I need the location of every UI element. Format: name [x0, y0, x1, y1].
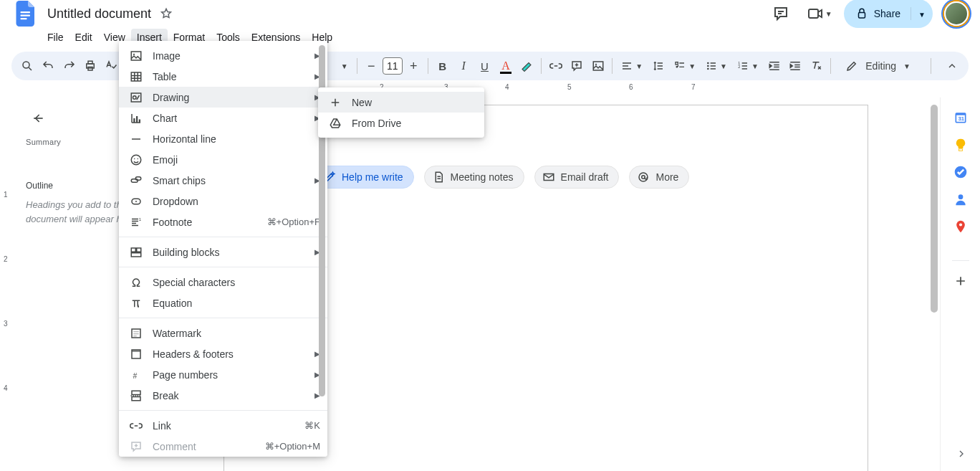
insert-menu-item-footnote[interactable]: 1Footnote⌘+Option+F — [119, 211, 327, 232]
chip-meeting-notes[interactable]: Meeting notes — [424, 166, 524, 189]
insert-menu-item-page-numbers[interactable]: #Page numbers▶ — [119, 364, 327, 385]
plus-icon — [328, 96, 342, 109]
insert-menu-item-building-blocks[interactable]: Building blocks▶ — [119, 242, 327, 262]
insert-menu-item-special-characters[interactable]: Special characters — [119, 272, 327, 292]
svg-point-37 — [138, 158, 139, 159]
svg-point-13 — [707, 65, 709, 67]
editing-mode-dropdown[interactable]: Editing ▼ — [841, 60, 921, 72]
increase-indent-icon[interactable] — [785, 55, 804, 77]
share-dropdown[interactable]: ▼ — [911, 7, 933, 20]
tasks-app-icon[interactable] — [953, 165, 968, 179]
menu-edit[interactable]: Edit — [69, 29, 98, 46]
menu-item-label: Break — [153, 390, 314, 401]
share-button[interactable]: Share ▼ — [844, 0, 933, 28]
menu-item-shortcut: ⌘K — [304, 420, 320, 431]
line-spacing-dropdown[interactable] — [648, 60, 668, 72]
insert-menu-item-smart-chips[interactable]: Smart chips▶ — [119, 170, 327, 191]
menu-divider — [119, 267, 327, 267]
menu-item-label: Emoji — [153, 154, 320, 166]
close-outline-icon[interactable] — [26, 106, 50, 130]
chip-more[interactable]: More — [629, 166, 689, 189]
collapse-toolbar-icon[interactable] — [941, 55, 963, 77]
numbered-list-dropdown[interactable]: 12▼ — [733, 60, 763, 72]
insert-menu-item-equation[interactable]: Equation — [119, 292, 327, 313]
insert-menu-item-drawing[interactable]: Drawing▶ — [119, 87, 327, 108]
envelope-icon — [542, 171, 555, 184]
text-color-icon[interactable]: A — [496, 55, 515, 77]
pi-icon — [129, 297, 143, 310]
font-size-input[interactable]: 11 — [383, 57, 403, 75]
print-icon[interactable] — [80, 55, 100, 77]
svg-rect-33 — [136, 116, 138, 123]
keep-app-icon[interactable] — [953, 138, 968, 152]
checklist-dropdown[interactable]: ▼ — [670, 60, 700, 72]
italic-icon[interactable]: I — [453, 55, 473, 77]
insert-menu-item-watermark[interactable]: Watermark — [119, 323, 327, 343]
menu-item-label: Image — [153, 50, 314, 62]
insert-menu: Image▶Table▶Drawing▶Chart▶Horizontal lin… — [119, 41, 327, 457]
bulleted-list-dropdown[interactable]: ▼ — [701, 60, 731, 72]
insert-menu-item-dropdown[interactable]: Dropdown — [119, 191, 327, 211]
svg-rect-0 — [21, 11, 31, 13]
menu-file[interactable]: File — [42, 29, 69, 46]
decrease-indent-icon[interactable] — [764, 55, 784, 77]
chip-help-me-write[interactable]: Help me write — [315, 166, 414, 189]
insert-menu-item-horizontal-line[interactable]: Horizontal line — [119, 128, 327, 149]
doc-icon — [432, 171, 445, 184]
svg-point-14 — [707, 68, 709, 70]
insert-menu-item-emoji[interactable]: Emoji — [119, 149, 327, 170]
vertical-scrollbar[interactable] — [931, 105, 938, 313]
drawing-submenu-item-new[interactable]: New — [318, 92, 484, 113]
comment-history-icon[interactable] — [767, 0, 795, 28]
menu-item-label: Building blocks — [153, 247, 314, 258]
font-family-dropdown[interactable]: ▼ — [337, 62, 352, 70]
menu-item-label: Comment — [153, 441, 265, 452]
menu-item-label: Smart chips — [153, 175, 314, 186]
hide-side-panel-icon[interactable] — [956, 448, 967, 460]
svg-rect-32 — [133, 118, 135, 123]
account-avatar[interactable] — [944, 1, 969, 26]
menu-item-label: Link — [153, 420, 304, 432]
insert-menu-item-break[interactable]: Break▶ — [119, 385, 327, 406]
drawing-submenu-item-from-drive[interactable]: From Drive — [318, 113, 484, 133]
chart-icon — [129, 112, 143, 125]
watermark-icon — [129, 327, 143, 340]
contacts-app-icon[interactable] — [953, 192, 968, 206]
insert-menu-item-table[interactable]: Table▶ — [119, 66, 327, 87]
star-icon[interactable] — [160, 7, 173, 20]
decrease-font-icon[interactable]: − — [362, 55, 381, 77]
get-addons-icon[interactable] — [953, 274, 968, 288]
add-comment-icon[interactable] — [567, 55, 586, 77]
document-title[interactable]: Untitled document — [47, 6, 151, 22]
insert-menu-item-chart[interactable]: Chart▶ — [119, 108, 327, 128]
clear-formatting-icon[interactable] — [807, 55, 826, 77]
menu-item-label: Drawing — [153, 92, 314, 103]
chip-email-draft[interactable]: Email draft — [534, 166, 620, 189]
maps-app-icon[interactable] — [953, 219, 968, 234]
align-dropdown[interactable]: ▼ — [617, 60, 647, 72]
menu-item-label: Equation — [153, 298, 320, 309]
meet-button[interactable]: ▼ — [807, 5, 832, 22]
insert-menu-item-comment: Comment⌘+Option+M — [119, 436, 327, 457]
insert-link-icon[interactable] — [546, 55, 565, 77]
insert-menu-item-image[interactable]: Image▶ — [119, 45, 327, 66]
comment-icon — [129, 440, 143, 453]
highlight-icon[interactable] — [517, 55, 537, 77]
undo-icon[interactable] — [38, 55, 57, 77]
bold-icon[interactable]: B — [433, 55, 452, 77]
docs-logo-icon[interactable] — [11, 0, 40, 28]
insert-menu-item-headers-footers[interactable]: Headers & footers▶ — [119, 343, 327, 364]
menu-divider — [119, 318, 327, 318]
underline-icon[interactable]: U — [475, 55, 494, 77]
menu-item-label: Table — [153, 71, 314, 82]
insert-menu-item-link[interactable]: Link⌘K — [119, 415, 327, 436]
search-menus-icon[interactable] — [17, 55, 37, 77]
svg-rect-49 — [132, 391, 140, 394]
insert-image-icon[interactable] — [588, 55, 607, 77]
increase-font-icon[interactable]: + — [404, 55, 423, 77]
image-icon — [129, 49, 143, 62]
svg-rect-39 — [135, 176, 141, 180]
calendar-app-icon[interactable]: 31 — [953, 110, 968, 125]
svg-point-12 — [707, 62, 709, 65]
redo-icon[interactable] — [59, 55, 79, 77]
